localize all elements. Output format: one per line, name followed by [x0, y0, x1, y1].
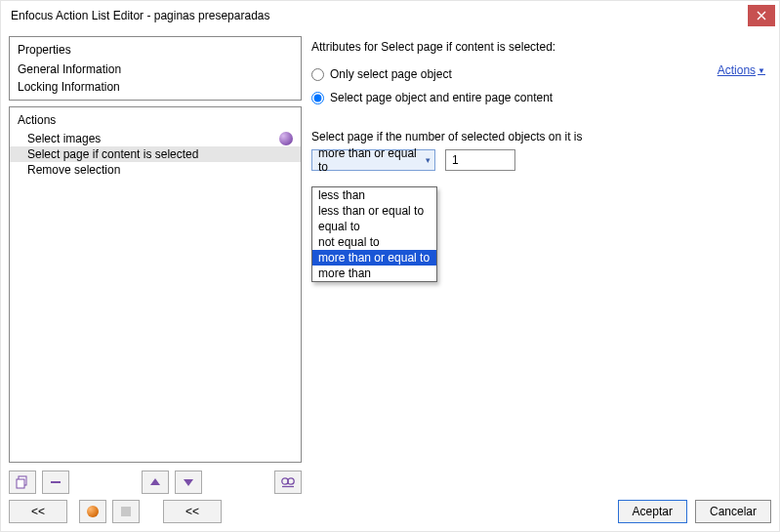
record-button[interactable] [79, 500, 106, 523]
dialog-footer: Aceptar Cancelar [311, 490, 771, 523]
properties-header: Properties [10, 41, 301, 61]
record-icon [87, 506, 99, 517]
nav-back-button-2[interactable]: << [163, 500, 222, 523]
dropdown-item[interactable]: less than [312, 187, 436, 203]
action-label: Remove selection [27, 163, 120, 177]
attributes-title: Attributes for Select page if content is… [311, 40, 771, 54]
dropdown-item[interactable]: less than or equal to [312, 203, 436, 219]
dropdown-item[interactable]: more than or equal to [312, 250, 436, 266]
cancel-button[interactable]: Cancelar [695, 500, 771, 523]
action-label: Select page if content is selected [27, 147, 198, 161]
ok-button[interactable]: Aceptar [618, 500, 687, 523]
actions-menu-link[interactable]: Actions ▼ [718, 63, 765, 77]
chevron-down-icon: ▼ [758, 66, 765, 75]
radio-input[interactable] [311, 92, 324, 104]
stop-button[interactable] [112, 500, 140, 523]
dropdown-item[interactable]: not equal to [312, 234, 436, 250]
titlebar: Enfocus Action List Editor - paginas pre… [1, 1, 779, 30]
comparison-combo[interactable]: more than or equal to ▾ [311, 149, 435, 171]
toolbar-row-1 [9, 471, 302, 494]
remove-button[interactable] [42, 471, 69, 494]
radio-input[interactable] [311, 68, 324, 81]
action-label: Select images [27, 132, 101, 145]
duplicate-button[interactable] [9, 471, 36, 494]
actions-link-label: Actions [718, 63, 756, 77]
actions-header: Actions [10, 111, 301, 131]
radio-page-and-content[interactable]: Select page object and entire page conte… [311, 91, 771, 104]
count-input[interactable] [445, 149, 515, 171]
move-down-button[interactable] [175, 471, 202, 494]
action-item[interactable]: Select images [10, 131, 301, 146]
select-page-label: Select page if the number of selected ob… [311, 130, 771, 143]
action-item[interactable]: Remove selection [10, 162, 301, 178]
dropdown-item[interactable]: equal to [312, 219, 436, 234]
sphere-icon [279, 132, 293, 145]
properties-item[interactable]: General Information [10, 61, 301, 78]
properties-panel: Properties General Information Locking I… [9, 36, 302, 101]
properties-item[interactable]: Locking Information [10, 78, 301, 96]
actions-panel: Actions Select images Select page if con… [9, 106, 302, 463]
toolbar-row-2: << << [9, 500, 302, 523]
stop-icon [121, 507, 131, 516]
radio-label: Select page object and entire page conte… [330, 91, 553, 104]
view-button[interactable] [274, 471, 302, 494]
nav-back-button[interactable]: << [9, 500, 67, 523]
svg-rect-2 [51, 481, 61, 483]
action-item[interactable]: Select page if content is selected [10, 146, 301, 162]
chevron-down-icon: ▾ [426, 155, 431, 165]
svg-rect-1 [17, 479, 24, 488]
radio-label: Only select page object [330, 67, 452, 81]
close-button[interactable] [748, 5, 775, 26]
dropdown-item[interactable]: more than [312, 266, 436, 281]
window-title: Enfocus Action List Editor - paginas pre… [11, 9, 270, 22]
comparison-dropdown[interactable]: less than less than or equal to equal to… [311, 186, 437, 282]
move-up-button[interactable] [142, 471, 169, 494]
combo-value: more than or equal to [318, 146, 426, 174]
radio-only-page-object[interactable]: Only select page object [311, 67, 771, 81]
